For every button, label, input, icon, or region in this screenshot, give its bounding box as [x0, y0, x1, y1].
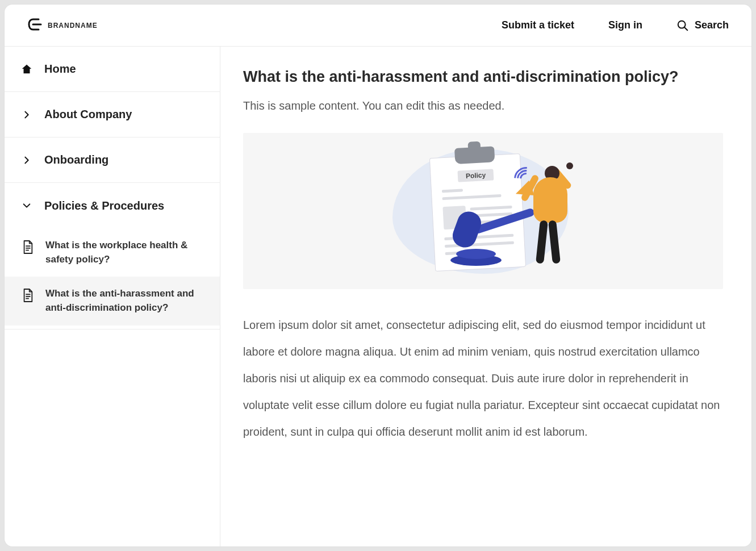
sidebar-item-about[interactable]: About Company [5, 92, 220, 137]
search-button[interactable]: Search [676, 19, 729, 32]
article-body: Lorem ipsum dolor sit amet, consectetur … [243, 312, 723, 445]
sidebar: Home About Company Onboarding [5, 47, 220, 546]
article-hero-image: Policy [243, 133, 723, 289]
document-icon [22, 288, 34, 305]
home-icon [20, 63, 33, 76]
article-main: What is the anti-harassment and anti-dis… [220, 47, 751, 546]
sidebar-article-label: What is the workplace health & safety po… [45, 239, 206, 266]
sidebar-item-onboarding[interactable]: Onboarding [5, 137, 220, 183]
chevron-right-icon [20, 110, 33, 119]
sidebar-article-health-safety[interactable]: What is the workplace health & safety po… [5, 228, 220, 277]
sign-in-link[interactable]: Sign in [608, 19, 642, 31]
sidebar-item-label: Onboarding [44, 153, 108, 166]
sidebar-item-label: Policies & Procedures [44, 199, 164, 212]
document-icon [22, 240, 34, 257]
app-window: BRANDNAME Submit a ticket Sign in Search [5, 5, 751, 546]
search-label: Search [695, 19, 729, 31]
sidebar-item-home[interactable]: Home [5, 47, 220, 92]
search-icon [676, 19, 689, 32]
brand-name: BRANDNAME [48, 22, 98, 30]
sidebar-sublist-policies: What is the workplace health & safety po… [5, 228, 220, 329]
chevron-down-icon [20, 201, 33, 210]
sign-in-label: Sign in [608, 19, 642, 31]
policy-illustration: Policy [387, 143, 580, 279]
body: Home About Company Onboarding [5, 47, 751, 546]
page-title: What is the anti-harassment and anti-dis… [243, 68, 723, 86]
submit-ticket-label: Submit a ticket [502, 19, 574, 31]
policy-tag: Policy [457, 169, 494, 182]
brand[interactable]: BRANDNAME [27, 18, 98, 34]
submit-ticket-link[interactable]: Submit a ticket [502, 19, 574, 31]
article-intro: This is sample content. You can edit thi… [243, 99, 723, 112]
sidebar-item-label: Home [44, 62, 76, 76]
brand-logo-icon [27, 18, 43, 34]
sidebar-article-anti-harassment[interactable]: What is the anti-harassment and anti-dis… [5, 277, 220, 325]
sidebar-item-policies[interactable]: Policies & Procedures [5, 183, 220, 228]
sidebar-article-label: What is the anti-harassment and anti-dis… [45, 287, 206, 315]
chevron-right-icon [20, 156, 33, 165]
sidebar-item-label: About Company [44, 108, 132, 121]
svg-line-2 [684, 27, 687, 30]
header: BRANDNAME Submit a ticket Sign in Search [5, 5, 751, 47]
